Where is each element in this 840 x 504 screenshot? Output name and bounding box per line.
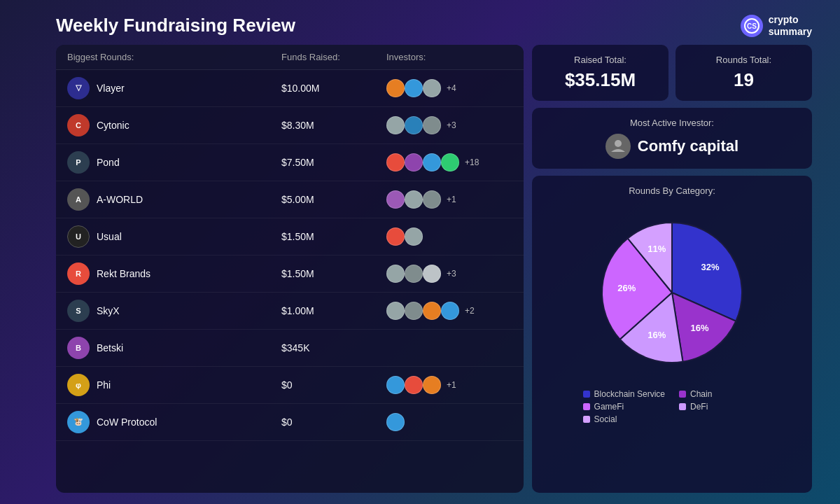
funds-cell: $0 bbox=[281, 379, 386, 391]
investor-name-row: Comfy capital bbox=[546, 134, 798, 159]
investor-avatar bbox=[386, 227, 405, 246]
company-name: Vlayer bbox=[97, 83, 125, 94]
investor-count: +4 bbox=[447, 83, 456, 93]
table-row: AA-WORLD$5.00M+1 bbox=[56, 181, 524, 218]
svg-point-2 bbox=[615, 140, 622, 147]
company-cell: φPhi bbox=[67, 374, 281, 396]
svg-text:16%: 16% bbox=[648, 329, 666, 340]
col-company: Biggest Rounds: bbox=[67, 52, 281, 62]
company-cell: SSkyX bbox=[67, 300, 281, 322]
investor-avatar bbox=[405, 302, 423, 320]
investors-cell: +2 bbox=[386, 302, 512, 320]
table-row: SSkyX$1.00M+2 bbox=[56, 293, 524, 330]
funds-cell: $5.00M bbox=[281, 194, 386, 205]
right-panel: Raised Total: $35.15M Rounds Total: 19 M… bbox=[532, 45, 812, 493]
chart-container: 32%16%16%26%11% Blockchain ServiceChainG… bbox=[543, 202, 801, 424]
company-name: Rekt Brands bbox=[97, 268, 150, 279]
investor-avatar bbox=[386, 413, 405, 431]
active-investor-label: Most Active Investor: bbox=[546, 118, 798, 128]
raised-label: Raised Total: bbox=[543, 55, 657, 65]
table-body: ▽Vlayer$10.00M+4CCytonic$8.30M+3PPond$7.… bbox=[56, 70, 524, 441]
company-name: Phi bbox=[97, 379, 111, 391]
investor-name: Comfy capital bbox=[638, 137, 738, 155]
investor-count: +1 bbox=[447, 195, 456, 204]
table-row: PPond$7.50M+18 bbox=[56, 144, 524, 181]
legend: Blockchain ServiceChainGameFiDeFiSocial bbox=[583, 389, 762, 424]
investor-avatar bbox=[405, 116, 423, 134]
company-logo: S bbox=[67, 300, 90, 322]
company-logo: A bbox=[67, 188, 90, 211]
company-logo: B bbox=[67, 337, 90, 359]
investor-avatar bbox=[423, 265, 441, 283]
svg-text:32%: 32% bbox=[701, 262, 720, 272]
company-name: SkyX bbox=[97, 305, 120, 316]
investor-avatar bbox=[405, 227, 423, 246]
col-investors: Investors: bbox=[386, 52, 512, 62]
table-row: RRekt Brands$1.50M+3 bbox=[56, 255, 524, 293]
rounds-value: 19 bbox=[687, 69, 801, 91]
legend-label: DeFi bbox=[690, 402, 708, 412]
investor-count: +3 bbox=[447, 120, 456, 130]
company-name: A-WORLD bbox=[97, 194, 143, 205]
investor-avatar bbox=[423, 153, 441, 172]
col-funds: Funds Raised: bbox=[281, 52, 386, 62]
investor-avatar bbox=[386, 376, 405, 394]
legend-label: Social bbox=[594, 414, 617, 424]
svg-text:16%: 16% bbox=[690, 323, 708, 333]
investor-avatar bbox=[386, 79, 405, 97]
investor-avatar bbox=[423, 79, 441, 97]
company-cell: AA-WORLD bbox=[67, 188, 281, 211]
active-investor-card: Most Active Investor: Comfy capital bbox=[532, 108, 812, 169]
investor-avatar bbox=[405, 376, 423, 394]
company-name: Pond bbox=[97, 157, 120, 168]
table-row: ▽Vlayer$10.00M+4 bbox=[56, 70, 524, 107]
investor-avatar bbox=[441, 302, 459, 320]
main-content: Biggest Rounds: Funds Raised: Investors:… bbox=[0, 45, 840, 493]
table-header: Biggest Rounds: Funds Raised: Investors: bbox=[56, 45, 524, 70]
stats-row: Raised Total: $35.15M Rounds Total: 19 bbox=[532, 45, 812, 101]
funds-cell: $10.00M bbox=[281, 83, 386, 94]
investors-cell: +18 bbox=[386, 153, 512, 172]
investor-avatar bbox=[405, 153, 423, 172]
table-row: UUsual$1.50M bbox=[56, 218, 524, 255]
funds-cell: $7.50M bbox=[281, 157, 386, 168]
legend-item: DeFi bbox=[679, 402, 761, 412]
company-cell: RRekt Brands bbox=[67, 262, 281, 285]
investors-cell: +3 bbox=[386, 265, 512, 283]
logo-icon: CS bbox=[741, 15, 763, 37]
investor-avatar bbox=[441, 153, 459, 172]
investor-avatar bbox=[386, 116, 405, 134]
investor-avatar bbox=[423, 190, 441, 209]
investor-count: +18 bbox=[465, 158, 479, 167]
investors-cell bbox=[386, 227, 512, 246]
investor-avatar bbox=[405, 79, 423, 97]
company-logo: C bbox=[67, 114, 90, 136]
chart-card: Rounds By Category: 32%16%16%26%11% Bloc… bbox=[532, 176, 812, 493]
svg-text:CS: CS bbox=[747, 22, 757, 30]
chart-title: Rounds By Category: bbox=[543, 186, 801, 196]
table-row: BBetski$345K bbox=[56, 330, 524, 367]
company-logo: U bbox=[67, 225, 90, 248]
company-cell: CCytonic bbox=[67, 114, 281, 136]
funds-cell: $1.50M bbox=[281, 268, 386, 279]
table-row: 🐮CoW Protocol$0 bbox=[56, 404, 524, 441]
investor-count: +3 bbox=[447, 269, 456, 279]
company-cell: PPond bbox=[67, 151, 281, 174]
legend-item: Blockchain Service bbox=[583, 389, 665, 399]
funds-cell: $8.30M bbox=[281, 120, 386, 131]
company-cell: ▽Vlayer bbox=[67, 77, 281, 99]
legend-item: GameFi bbox=[583, 402, 665, 412]
investor-avatar bbox=[423, 302, 441, 320]
investors-cell: +4 bbox=[386, 79, 512, 97]
company-logo: R bbox=[67, 262, 90, 285]
pie-chart: 32%16%16%26%11% bbox=[581, 202, 763, 384]
investor-count: +2 bbox=[465, 306, 475, 316]
company-logo: ▽ bbox=[67, 77, 90, 99]
svg-text:11%: 11% bbox=[648, 244, 666, 254]
investor-avatar bbox=[386, 265, 405, 283]
rounds-total-card: Rounds Total: 19 bbox=[676, 45, 812, 101]
investor-avatar bbox=[405, 190, 423, 209]
investor-avatar bbox=[386, 302, 405, 320]
company-cell: UUsual bbox=[67, 225, 281, 248]
investors-cell: +1 bbox=[386, 376, 512, 394]
